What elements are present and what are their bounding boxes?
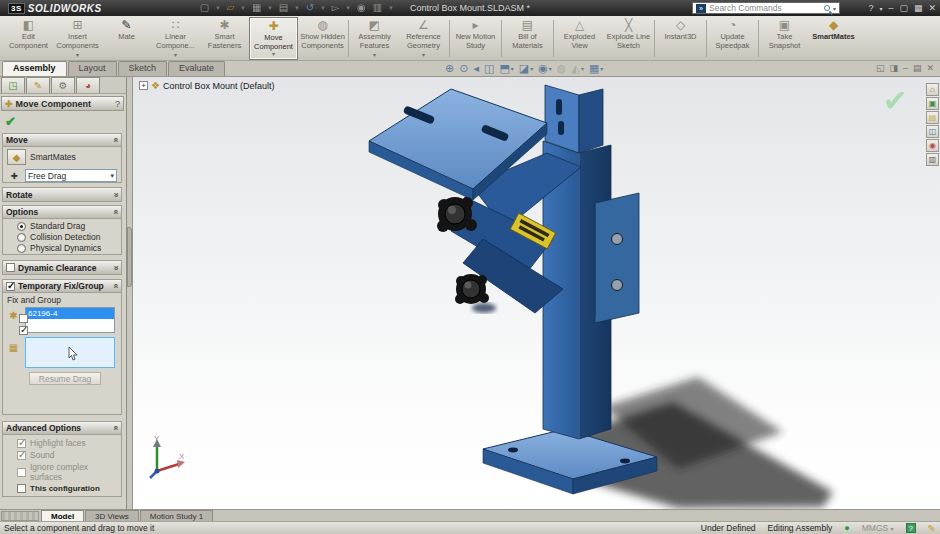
drag-mode-select[interactable]: Free Drag▾ [25,169,117,182]
dynamic-clearance-checkbox[interactable] [6,263,15,272]
view-settings-icon[interactable]: ▦▾ [589,62,603,75]
list-item-component[interactable]: 62196-4 [26,308,114,319]
help-icon[interactable]: ? [868,3,873,13]
group-rotate-header[interactable]: Rotate « [3,188,121,201]
this-configuration-checkbox[interactable] [17,484,26,493]
zoom-fit-icon[interactable]: ⊕ [445,62,454,75]
radio-physical-dynamics[interactable]: Physical Dynamics [3,242,121,253]
file-explorer-icon[interactable]: ▤ [926,111,939,124]
ribbon-button-exploded-view[interactable]: △Exploded View [555,17,604,60]
home-resources-icon[interactable]: ⌂ [926,83,939,96]
displaymanager-tab-icon[interactable]: ◕ [76,77,100,93]
quick-tips-icon[interactable]: ? [906,523,916,533]
dropdown-caret-icon[interactable]: ▾ [321,4,325,12]
tab-model[interactable]: Model [41,510,84,521]
tab-3d-views[interactable]: 3D Views [85,510,139,521]
appearances-icon[interactable]: ◉ [926,139,939,152]
save-icon[interactable]: ▦ [252,3,261,13]
open-icon[interactable]: ▱ [227,3,235,13]
pane-pin-icon[interactable]: ▤ [913,63,922,73]
undo-icon[interactable]: ↺ [306,3,314,13]
pane-close-icon[interactable]: ✕ [926,63,934,73]
ribbon-button-new-motion-study[interactable]: ▸New Motion Study [451,17,500,60]
ribbon-button-smart-fasteners[interactable]: ✱Smart Fasteners [200,17,249,60]
ribbon-button-show-hidden-components[interactable]: ◍Show Hidden Components [298,17,347,60]
options-icon[interactable]: ▥ [373,3,382,13]
restore-button[interactable]: ▢ [899,3,908,13]
edit-appearance-icon[interactable]: ◍ [557,62,567,75]
ribbon-button-explode-line-sketch[interactable]: ╳Explode Line Sketch [604,17,653,60]
rebuild-icon[interactable]: ◉ [357,3,366,13]
minimize-button[interactable]: ‒ [888,3,893,13]
tab-assembly[interactable]: Assembly [2,61,67,76]
search-commands-box[interactable]: » Search Commands ▾ [692,2,840,14]
fix-components-listbox[interactable]: 62196-4 [25,307,115,333]
ribbon-button-instant3d[interactable]: ◇Instant3D [656,17,705,60]
tab-layout[interactable]: Layout [68,61,117,76]
hide-show-items-icon[interactable]: ◉▾ [538,62,552,75]
apply-scene-icon[interactable]: ◭▾ [571,62,583,75]
tab-evaluate[interactable]: Evaluate [168,61,225,76]
control-box-mount-model[interactable] [133,77,940,509]
dropdown-caret-icon[interactable]: ▾ [295,4,299,12]
group-temporary-fix-header[interactable]: Temporary Fix/Group « [3,280,121,293]
search-icon[interactable] [824,5,830,11]
tree-expander-icon[interactable]: + [139,81,148,90]
group-move-header[interactable]: Move « [3,134,121,147]
smartmates-button[interactable]: ◆ [7,149,26,165]
previous-view-icon[interactable]: ◂ [473,62,479,75]
pane-split-icon[interactable]: ◨ [889,63,898,73]
print-icon[interactable]: ▤ [279,3,288,13]
dropdown-caret-icon[interactable]: ▾ [268,4,272,12]
configurationmanager-tab-icon[interactable]: ⚙ [51,77,75,93]
resume-drag-button[interactable]: Resume Drag [29,372,101,385]
group-options-header[interactable]: Options « [3,206,121,219]
display-style-icon[interactable]: ◪▾ [519,62,533,75]
ribbon-button-mate[interactable]: ✎Mate [102,17,151,60]
ribbon-button-insert-components[interactable]: ⊞Insert Components [53,17,102,60]
group-components-selection-box[interactable] [25,337,115,368]
tab-sketch[interactable]: Sketch [118,61,168,76]
select-icon[interactable]: ▻ [332,3,340,13]
ribbon-button-smartmates[interactable]: ◆SmartMates [809,17,858,60]
tree-root-label[interactable]: Control Box Mount (Default) [163,81,275,91]
view-orientation-icon[interactable]: ⬒▾ [499,62,513,75]
tab-motion-study-1[interactable]: Motion Study 1 [140,510,213,521]
design-library-icon[interactable]: ▣ [926,97,939,110]
radio-collision-detection[interactable]: Collision Detection [3,231,121,242]
ribbon-button-edit-component[interactable]: ◧Edit Component [4,17,53,60]
featuremanager-tree-tab-icon[interactable]: ◳ [1,77,25,93]
dropdown-caret-icon[interactable]: ▾ [241,4,245,12]
edit-pencil-icon[interactable]: ✎ [928,523,936,534]
group-advanced-options-header[interactable]: Advanced Options « [3,422,121,435]
propertymanager-tab-icon[interactable]: ✎ [26,77,50,93]
pane-left-icon[interactable]: ◱ [876,63,885,73]
custom-properties-icon[interactable]: ▥ [926,153,939,166]
close-button[interactable]: ✕ [928,3,936,13]
graphics-viewport[interactable]: + ❖ Control Box Mount (Default) ✔ ⌂ ▣ ▤ … [133,77,940,509]
ribbon-button-move-component[interactable]: ✚Move Component [249,17,298,60]
search-input[interactable]: Search Commands [709,3,782,13]
dropdown-caret-icon[interactable]: ▾ [833,5,836,12]
ribbon-button-update-speedpak[interactable]: ◔Update Speedpak [708,17,757,60]
ribbon-button-reference-geometry[interactable]: ∠Reference Geometry [399,17,448,60]
search-scope-icon[interactable]: » [696,4,706,13]
view-palette-icon[interactable]: ◫ [926,125,939,138]
this-configuration-row[interactable]: This configuration [3,482,121,493]
help-icon[interactable]: ? [115,99,120,109]
radio-standard-drag[interactable]: Standard Drag [3,219,121,231]
ribbon-button-take-snapshot[interactable]: ▣Take Snapshot [760,17,809,60]
panes-button[interactable]: ▦ [914,3,923,13]
tab-scroll-stub[interactable] [1,511,39,521]
feature-tree-root[interactable]: + ❖ Control Box Mount (Default) [139,80,275,91]
ribbon-button-bill-of-materials[interactable]: ▤Bill of Materials [503,17,552,60]
panel-splitter[interactable] [127,77,133,509]
confirmation-check-icon[interactable]: ✔ [883,83,908,118]
dropdown-caret-icon[interactable]: ▾ [216,4,220,12]
pane-minimize-icon[interactable]: ‒ [903,63,908,73]
ribbon-button-assembly-features[interactable]: ◩Assembly Features [350,17,399,60]
dropdown-caret-icon[interactable]: ▾ [879,5,882,12]
temporary-fix-checkbox[interactable] [6,282,15,291]
clamp-knob-upper[interactable] [437,197,477,232]
remember-selections-checkbox[interactable] [19,326,28,335]
